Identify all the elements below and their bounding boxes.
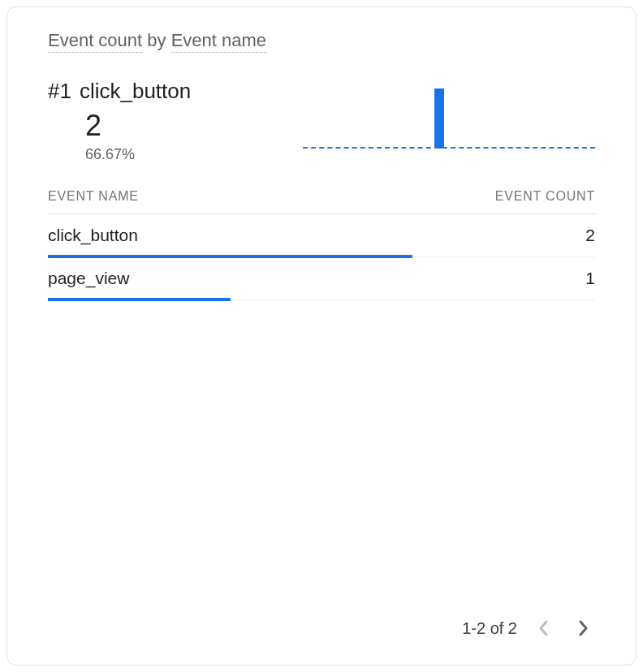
pagination-range: 1-2 of 2	[462, 619, 517, 638]
chevron-left-icon	[537, 618, 550, 638]
chevron-right-icon	[576, 618, 589, 638]
sparkline-bar	[434, 88, 444, 149]
row-event-name: page_view	[48, 269, 129, 299]
table-row[interactable]: click_button2	[48, 214, 595, 257]
table-row[interactable]: page_view1	[48, 257, 595, 300]
row-event-count: 2	[585, 226, 595, 256]
top-summary: #1click_button 2 66.67%	[48, 79, 595, 163]
sparkline-axis	[303, 147, 595, 149]
top-percent: 66.67%	[85, 146, 191, 163]
next-page-button[interactable]	[571, 616, 595, 640]
table-header: EVENT NAME EVENT COUNT	[48, 183, 595, 214]
row-event-count: 1	[585, 269, 595, 299]
col-event-name: EVENT NAME	[48, 189, 139, 204]
prev-page-button[interactable]	[532, 616, 556, 640]
table-body: click_button2page_view1	[48, 214, 595, 300]
top-value: 2	[85, 110, 191, 141]
sparkline-chart	[303, 87, 595, 152]
top-summary-left: #1click_button 2 66.67%	[48, 79, 191, 163]
top-rank-number: #1	[48, 79, 71, 103]
event-card: Event count by Event name #1click_button…	[6, 6, 637, 666]
pagination-footer: 1-2 of 2	[48, 616, 595, 648]
row-event-name: click_button	[48, 226, 138, 256]
row-bar	[48, 298, 231, 301]
title-metric[interactable]: Event count	[48, 30, 142, 53]
col-event-count: EVENT COUNT	[495, 189, 595, 204]
top-rank-line: #1click_button	[48, 79, 191, 104]
title-by: by	[142, 30, 170, 50]
top-rank-name: click_button	[80, 79, 191, 103]
card-title: Event count by Event name	[48, 30, 595, 51]
title-dimension[interactable]: Event name	[171, 30, 266, 53]
